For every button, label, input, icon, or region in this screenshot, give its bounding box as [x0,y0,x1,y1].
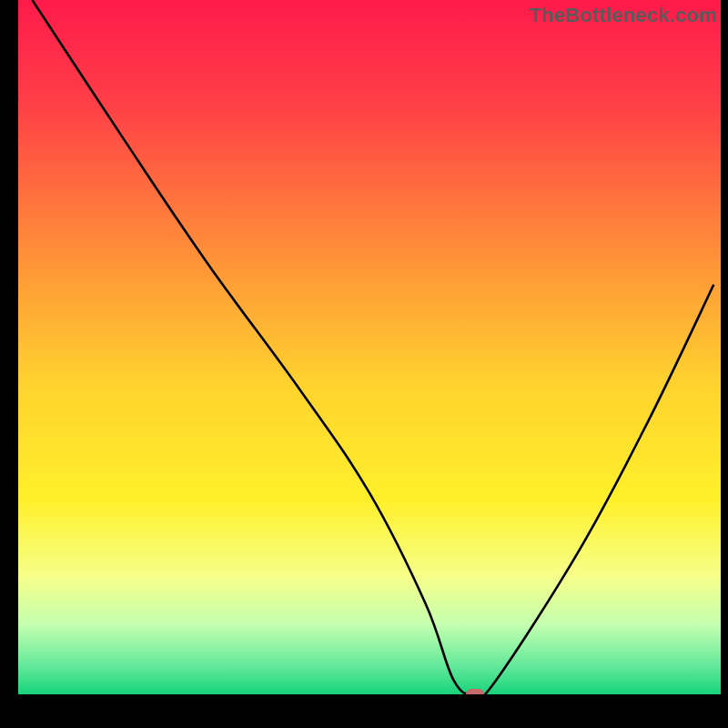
plot-area [18,0,721,694]
watermark-text: TheBottleneck.com [530,4,717,27]
gradient-background [18,0,721,694]
plot-svg [18,0,721,694]
optimal-point-marker [466,689,484,694]
chart-frame: TheBottleneck.com [0,0,728,728]
